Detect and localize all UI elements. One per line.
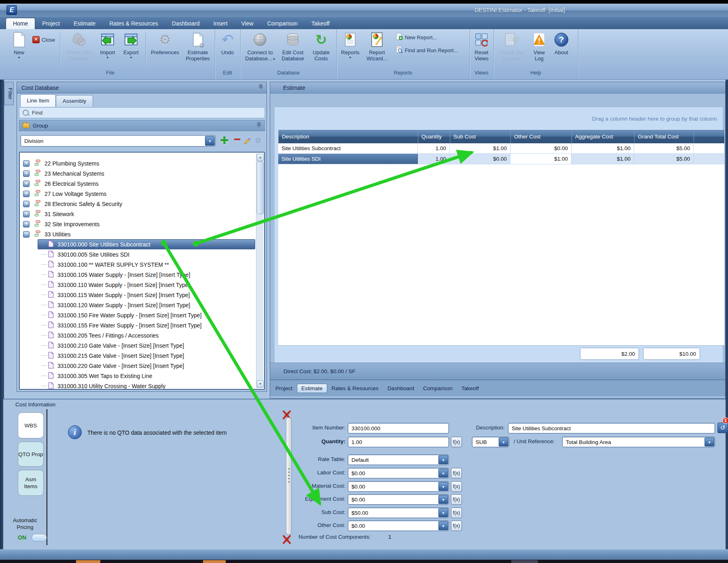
tree-division-row[interactable]: +23 Mechanical Systems xyxy=(20,168,264,178)
equipment-cost-field[interactable]: $0.00▾ xyxy=(348,494,449,505)
tree-expander-icon[interactable]: + xyxy=(23,160,30,167)
bottom-tab-rates-resources[interactable]: Rates & Resources xyxy=(327,384,383,393)
connect-to-database-button[interactable]: Connect to Database... ▾ xyxy=(243,31,277,69)
tree-division-row[interactable]: +31 Sitework xyxy=(20,209,264,219)
tree-item-row[interactable]: 331000.115 Water Supply - [Insert Size] … xyxy=(20,290,264,300)
grid-cell[interactable]: $1.00 xyxy=(571,143,634,154)
tree-item-row[interactable]: 330100.005 Site Utilities SDI xyxy=(20,249,264,259)
grid-column-header-aggregate-cost[interactable]: Aggregate Cost xyxy=(571,130,634,143)
wbs-button[interactable]: WBS xyxy=(18,412,44,438)
grid-column-header-sub-cost[interactable]: Sub Cost xyxy=(450,130,510,143)
group-settings-gear-icon[interactable]: ⚙ xyxy=(255,136,261,144)
tree-division-row[interactable]: +32 Site Improvements xyxy=(20,219,264,229)
tree-division-row[interactable]: −33 Utilities xyxy=(20,229,264,239)
grid-cell[interactable]: $5.00 xyxy=(634,143,694,154)
automatic-pricing-toggle[interactable] xyxy=(32,534,47,542)
chevron-down-icon[interactable]: ▾ xyxy=(705,438,714,446)
chevron-down-icon[interactable]: ▾ xyxy=(438,521,448,530)
tree-item-row[interactable]: 331000.205 Tees / Fittings / Accessories xyxy=(20,330,264,340)
labor-cost-fx-button[interactable]: f(x) xyxy=(451,468,462,478)
tree-expander-icon[interactable]: − xyxy=(23,231,30,238)
edit-cost-database-button[interactable]: Edit Cost Database xyxy=(278,31,307,69)
tree-division-row[interactable]: +28 Electronic Safety & Security xyxy=(20,199,264,209)
tree-item-row[interactable]: 331000.110 Water Supply - [Insert Size] … xyxy=(20,280,264,290)
tree-expander-icon[interactable]: + xyxy=(23,191,30,197)
group-bar[interactable]: Group xyxy=(19,120,265,131)
grid-cell[interactable] xyxy=(694,143,724,154)
import-button[interactable]: Import▾ xyxy=(97,31,118,69)
chevron-down-icon[interactable]: ▾ xyxy=(438,469,448,478)
chevron-down-icon[interactable]: ▾ xyxy=(205,136,215,146)
tree-item-row[interactable]: 331000.215 Gate Valve - [Insert Size] [I… xyxy=(20,351,264,361)
panel-splitter[interactable] xyxy=(286,417,292,535)
find-and-run-report-button[interactable]: Find and Run Report... xyxy=(396,46,458,54)
update-costs-button[interactable]: ↻ Update Costs xyxy=(308,31,334,69)
report-wizard-button[interactable]: Report Wizard... xyxy=(363,31,391,69)
ribbon-tab-comparison[interactable]: Comparison xyxy=(260,18,305,29)
sub-cost-field[interactable]: $50.00▾ xyxy=(348,508,449,518)
grid-cell[interactable] xyxy=(694,154,724,164)
filter-side-tab[interactable]: Filter xyxy=(4,82,14,105)
grid-cell[interactable]: $0.00 xyxy=(450,154,510,164)
estimate-grid-empty-body[interactable] xyxy=(278,164,724,346)
tree-item-row[interactable]: 331000.220 Gate Valve - [Insert Size] [I… xyxy=(20,361,264,371)
check-out-license-button[interactable]: Check Out License xyxy=(496,31,527,69)
ribbon-tab-takeoff[interactable]: Takeoff xyxy=(305,18,336,29)
reports-button[interactable]: Reports▾ xyxy=(339,31,362,69)
new-button[interactable]: New▾ xyxy=(7,31,31,69)
grid-column-header-grand-total-cost[interactable]: Grand Total Cost xyxy=(634,130,694,143)
tree-item-row[interactable]: 331000.210 Gate Valve - [Insert Size] [I… xyxy=(20,340,264,351)
broken-link-icon-bottom[interactable] xyxy=(281,535,292,546)
ribbon-tab-home[interactable]: Home xyxy=(6,18,35,29)
tree-item-row[interactable]: 331000.105 Water Supply - [Insert Size] … xyxy=(20,270,264,280)
tree-item-row[interactable]: 331000.310 Utility Crossing - Water Supp… xyxy=(20,381,264,390)
pin-icon[interactable] xyxy=(258,84,263,91)
quantity-field[interactable]: 1.00 xyxy=(348,437,449,447)
undo-button[interactable]: ↶ Undo xyxy=(216,31,239,69)
other-cost-field[interactable]: $0.00▾ xyxy=(348,521,449,531)
equipment-cost-fx-button[interactable]: f(x) xyxy=(451,494,462,505)
scroll-up-icon[interactable]: ▲ xyxy=(257,154,264,161)
tree-expander-icon[interactable]: + xyxy=(23,221,30,227)
tab-line-item[interactable]: Line Item xyxy=(20,94,56,107)
grid-cell[interactable]: $1.00 xyxy=(571,154,634,164)
chevron-down-icon[interactable]: ▾ xyxy=(438,455,448,464)
tree-expander-icon[interactable]: + xyxy=(23,201,30,207)
ribbon-tab-estimate[interactable]: Estimate xyxy=(67,18,102,29)
grid-cell[interactable]: $5.00 xyxy=(634,154,694,164)
remove-group-button[interactable]: − xyxy=(234,136,241,143)
estimate-properties-button[interactable]: ⚙ Estimate Properties xyxy=(182,31,214,69)
bottom-tab-estimate[interactable]: Estimate xyxy=(297,384,327,393)
tree-expander-icon[interactable]: + xyxy=(23,181,30,187)
rate-table-select[interactable]: Default▾ xyxy=(348,455,449,465)
tree-item-row[interactable]: 331000.120 Water Supply - [Insert Size] … xyxy=(20,300,264,310)
grid-cell[interactable]: Site Utilities Subcontract xyxy=(278,143,418,154)
chevron-down-icon[interactable]: ▾ xyxy=(438,508,448,517)
group-pin-icon[interactable] xyxy=(256,122,261,129)
export-button[interactable]: Export▾ xyxy=(121,31,142,69)
group-by-select[interactable]: Division ▾ xyxy=(21,135,216,147)
estimate-header[interactable]: Estimate xyxy=(270,82,725,93)
asm-items-button[interactable]: Asm Items xyxy=(18,470,44,496)
tree-expander-icon[interactable]: + xyxy=(23,170,30,177)
find-search-input[interactable]: Find xyxy=(19,107,265,118)
description-field[interactable]: Site Utilities Subcontract xyxy=(508,423,715,433)
view-log-button[interactable]: View Log xyxy=(529,31,549,69)
table-row[interactable]: Site Utilities SDI1.00$0.00$1.00$1.00$5.… xyxy=(278,154,724,164)
ribbon-tab-rates-resources[interactable]: Rates & Resources xyxy=(102,18,165,29)
grid-cell[interactable]: 1.00 xyxy=(418,143,450,154)
tab-assembly[interactable]: Assembly xyxy=(56,95,93,107)
preferences-button[interactable]: ⚙ Preferences xyxy=(149,31,181,69)
new-report-button[interactable]: New Report... xyxy=(396,33,437,41)
ribbon-tab-insert[interactable]: Insert xyxy=(207,18,235,29)
history-icon[interactable]: ↺ xyxy=(717,423,728,433)
tree-item-row[interactable]: 331000.155 Fire Water Supply - [Insert S… xyxy=(20,320,264,330)
bottom-tab-takeoff[interactable]: Takeoff xyxy=(457,384,483,393)
bottom-tab-dashboard[interactable]: Dashboard xyxy=(383,384,419,393)
tree-item-row[interactable]: 331000.150 Fire Water Supply - [Insert S… xyxy=(20,310,264,320)
grid-cell[interactable]: $1.00 xyxy=(450,143,510,154)
ribbon-tab-dashboard[interactable]: Dashboard xyxy=(165,18,207,29)
material-cost-fx-button[interactable]: f(x) xyxy=(451,481,462,492)
close-button[interactable]: × Close xyxy=(32,36,55,44)
grid-cell[interactable]: $0.00 xyxy=(510,143,571,154)
